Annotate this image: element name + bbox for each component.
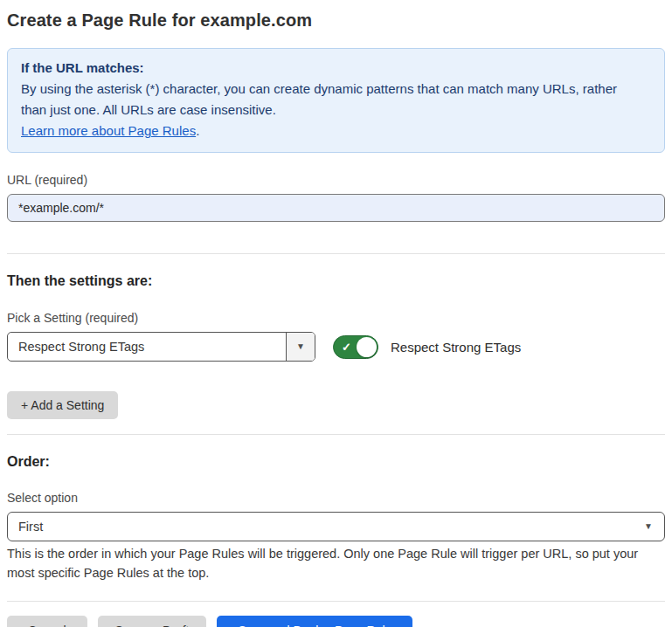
settings-heading: Then the settings are: xyxy=(7,272,665,289)
learn-more-link[interactable]: Learn more about Page Rules xyxy=(21,123,196,138)
chevron-down-icon: ▼ xyxy=(296,342,305,351)
link-suffix: . xyxy=(196,123,199,138)
toggle-knob xyxy=(357,337,377,357)
order-help-text: This is the order in which your Page Rul… xyxy=(7,544,658,582)
divider xyxy=(7,253,665,254)
url-label: URL (required) xyxy=(7,173,665,188)
info-box-heading: If the URL matches: xyxy=(21,58,651,79)
divider xyxy=(7,601,665,602)
cancel-button[interactable]: Cancel xyxy=(7,616,87,627)
url-input[interactable] xyxy=(7,194,665,222)
page-title: Create a Page Rule for example.com xyxy=(7,10,665,31)
setting-select-value: Respect Strong ETags xyxy=(8,340,144,354)
save-draft-button[interactable]: Save as Draft xyxy=(98,616,207,627)
add-setting-button[interactable]: + Add a Setting xyxy=(7,391,118,419)
save-deploy-button[interactable]: Save and Deploy Page Rule xyxy=(217,616,412,627)
etags-toggle[interactable]: ✓ xyxy=(333,335,378,359)
order-select-value: First xyxy=(8,520,43,534)
setting-select-arrow-button[interactable]: ▼ xyxy=(286,333,315,361)
etags-toggle-label: Respect Strong ETags xyxy=(391,340,521,355)
check-icon: ✓ xyxy=(342,341,351,354)
setting-select[interactable]: Respect Strong ETags ▼ xyxy=(7,332,315,362)
select-option-label: Select option xyxy=(7,491,665,506)
pick-setting-label: Pick a Setting (required) xyxy=(7,311,665,326)
order-heading: Order: xyxy=(7,453,665,470)
page-rule-form: Create a Page Rule for example.com If th… xyxy=(0,10,672,627)
footer-actions: Cancel Save as Draft Save and Deploy Pag… xyxy=(7,616,665,627)
chevron-down-icon: ▼ xyxy=(644,522,653,531)
info-box-body: By using the asterisk (*) character, you… xyxy=(21,79,641,121)
order-select[interactable]: First ▼ xyxy=(7,512,665,541)
setting-row: Respect Strong ETags ▼ ✓ Respect Strong … xyxy=(7,332,665,362)
divider xyxy=(7,434,665,435)
info-box-link-line: Learn more about Page Rules. xyxy=(21,121,651,141)
url-match-info-box: If the URL matches: By using the asteris… xyxy=(7,48,665,153)
